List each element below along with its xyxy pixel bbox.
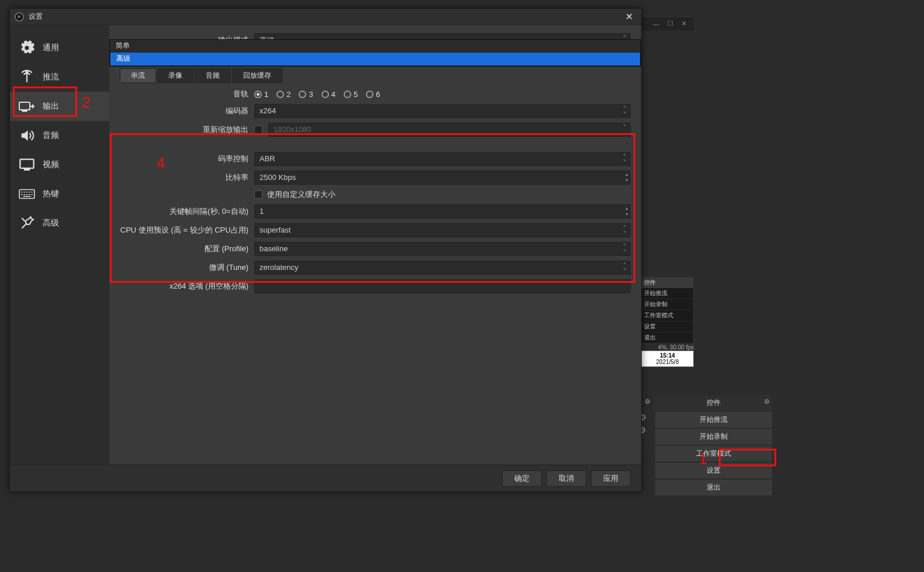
output-icon bbox=[18, 99, 36, 114]
tune-label: 微调 (Tune) bbox=[120, 262, 254, 273]
chevron-updown-icon: ˄˅ bbox=[623, 262, 627, 274]
controls-studio-mode-button[interactable]: 工作室模式 bbox=[655, 446, 772, 462]
keyint-value: 1 bbox=[259, 207, 264, 216]
bg-minimize-button[interactable]: — bbox=[653, 20, 659, 27]
audio-track-label: 音轨 bbox=[120, 89, 254, 99]
cpu-preset-value: superfast bbox=[259, 226, 290, 234]
rescale-value: 1920x1080 bbox=[274, 125, 311, 134]
svg-rect-3 bbox=[20, 160, 33, 168]
keyboard-icon bbox=[18, 186, 36, 202]
rate-control-label: 码率控制 bbox=[120, 154, 254, 164]
chevron-down-icon: ˅ bbox=[623, 124, 627, 130]
dialog-titlebar: 设置 ✕ bbox=[10, 9, 641, 25]
annotation-number-4: 4 bbox=[157, 154, 165, 172]
rate-control-select[interactable]: ABR˄˅ bbox=[254, 152, 631, 166]
track-2-radio[interactable] bbox=[276, 91, 284, 98]
output-mode-option-advanced[interactable]: 高级 bbox=[110, 52, 641, 66]
controls-start-record-button[interactable]: 开始录制 bbox=[655, 429, 772, 445]
background-stats-text: 4%, 30.00 fps bbox=[658, 344, 694, 351]
panel-dock-left-icon[interactable]: ⯐ bbox=[645, 398, 651, 405]
keyint-down-button[interactable]: ▼ bbox=[625, 212, 629, 217]
chevron-updown-icon: ˄˅ bbox=[623, 225, 627, 237]
bitrate-up-button[interactable]: ▲ bbox=[625, 172, 629, 178]
output-mode-option-simple[interactable]: 简单 bbox=[110, 40, 641, 52]
controls-panel-title: 控件 bbox=[707, 398, 721, 408]
cpu-preset-select[interactable]: superfast˄˅ bbox=[254, 223, 631, 237]
svg-rect-2 bbox=[22, 110, 27, 112]
bg-panel-item-studio-mode[interactable]: 工作室模式 bbox=[642, 310, 693, 321]
sidebar-item-stream[interactable]: 推流 bbox=[10, 63, 109, 92]
bg-panel-item-start-stream[interactable]: 开始推流 bbox=[642, 288, 693, 299]
chevron-updown-icon: ˄˅ bbox=[623, 244, 627, 255]
sidebar-item-advanced[interactable]: 高级 bbox=[10, 209, 109, 238]
tab-recording[interactable]: 录像 bbox=[157, 68, 193, 83]
tune-select[interactable]: zerolatency˄˅ bbox=[254, 261, 631, 275]
sidebar-item-general[interactable]: 通用 bbox=[10, 33, 109, 63]
annotation-number-2: 2 bbox=[82, 93, 90, 112]
track-1-radio[interactable] bbox=[254, 91, 262, 98]
bg-maximize-button[interactable]: ☐ bbox=[667, 20, 673, 27]
rescale-checkbox[interactable] bbox=[254, 126, 262, 134]
dialog-close-button[interactable]: ✕ bbox=[622, 11, 636, 22]
track-6-label: 6 bbox=[376, 90, 380, 99]
keyint-input[interactable]: 1▲▼ bbox=[254, 204, 631, 219]
settings-sidebar: 通用 推流 输出 音频 视频 热键 bbox=[10, 25, 109, 464]
gear-icon bbox=[18, 40, 36, 56]
system-tray-clock: 15:14 2021/5/8 bbox=[641, 351, 694, 367]
chevron-updown-icon: ˄˅ bbox=[623, 154, 627, 165]
controls-start-stream-button[interactable]: 开始推流 bbox=[655, 412, 772, 428]
bitrate-value: 2500 Kbps bbox=[259, 173, 296, 182]
profile-label: 配置 (Profile) bbox=[120, 244, 254, 254]
bg-panel-item-start-record[interactable]: 开始录制 bbox=[642, 299, 693, 310]
sidebar-label-general: 通用 bbox=[43, 43, 59, 53]
annotation-number-1: 1 bbox=[699, 450, 707, 468]
background-controls-panel: 控件 开始推流 开始录制 工作室模式 设置 退出 bbox=[641, 277, 694, 344]
controls-exit-button[interactable]: 退出 bbox=[655, 480, 772, 495]
tab-streaming[interactable]: 串流 bbox=[120, 68, 156, 83]
panel-dock-right-icon[interactable]: ⯐ bbox=[764, 398, 770, 405]
cancel-button[interactable]: 取消 bbox=[546, 470, 586, 487]
track-3-label: 3 bbox=[309, 90, 313, 99]
sidebar-item-output[interactable]: 输出 bbox=[10, 92, 109, 121]
antenna-icon bbox=[18, 70, 36, 85]
tab-audio[interactable]: 音频 bbox=[195, 68, 231, 83]
obs-logo-icon bbox=[15, 12, 24, 22]
background-window-buttons: — ☐ ✕ bbox=[641, 16, 694, 30]
ok-button[interactable]: 确定 bbox=[502, 470, 542, 487]
custom-buffer-checkbox[interactable] bbox=[254, 190, 262, 199]
track-6-radio[interactable] bbox=[366, 91, 373, 98]
keyint-up-button[interactable]: ▲ bbox=[625, 206, 629, 212]
encoder-label: 编码器 bbox=[120, 106, 254, 116]
sidebar-label-advanced: 高级 bbox=[43, 218, 59, 228]
settings-dialog: 设置 ✕ 通用 推流 输出 音频 视频 bbox=[9, 8, 642, 492]
svg-rect-5 bbox=[19, 189, 34, 198]
tools-icon bbox=[18, 216, 36, 231]
keyint-label: 关键帧间隔(秒, 0=自动) bbox=[120, 206, 254, 217]
profile-value: baseline bbox=[259, 244, 288, 253]
output-mode-dropdown[interactable]: 简单 高级 bbox=[109, 39, 641, 67]
encoder-select[interactable]: x264˄˅ bbox=[254, 104, 631, 118]
bg-panel-title: 控件 bbox=[642, 278, 693, 288]
track-5-label: 5 bbox=[354, 90, 358, 99]
bg-close-button[interactable]: ✕ bbox=[681, 20, 687, 27]
bitrate-input[interactable]: 2500 Kbps▲▼ bbox=[254, 171, 631, 185]
rate-control-value: ABR bbox=[259, 154, 275, 163]
sidebar-item-audio[interactable]: 音频 bbox=[10, 121, 109, 150]
svg-rect-4 bbox=[24, 169, 29, 170]
sidebar-item-video[interactable]: 视频 bbox=[10, 150, 109, 179]
track-4-radio[interactable] bbox=[321, 91, 329, 98]
controls-settings-button[interactable]: 设置 bbox=[655, 463, 772, 479]
tab-replay-buffer[interactable]: 回放缓存 bbox=[232, 68, 282, 83]
sidebar-label-audio: 音频 bbox=[43, 130, 59, 141]
bg-panel-item-settings[interactable]: 设置 bbox=[642, 321, 693, 332]
apply-button[interactable]: 应用 bbox=[591, 470, 631, 487]
bitrate-down-button[interactable]: ▼ bbox=[625, 178, 629, 183]
bg-panel-item-exit[interactable]: 退出 bbox=[642, 332, 693, 344]
profile-select[interactable]: baseline˄˅ bbox=[254, 242, 631, 256]
x264opts-input[interactable] bbox=[254, 279, 631, 293]
track-5-radio[interactable] bbox=[344, 91, 351, 98]
tray-time: 15:14 bbox=[642, 352, 693, 359]
controls-panel-header: ⯐ 控件 ⯐ bbox=[655, 395, 772, 411]
track-3-radio[interactable] bbox=[299, 91, 306, 98]
sidebar-item-hotkeys[interactable]: 热键 bbox=[10, 179, 109, 209]
